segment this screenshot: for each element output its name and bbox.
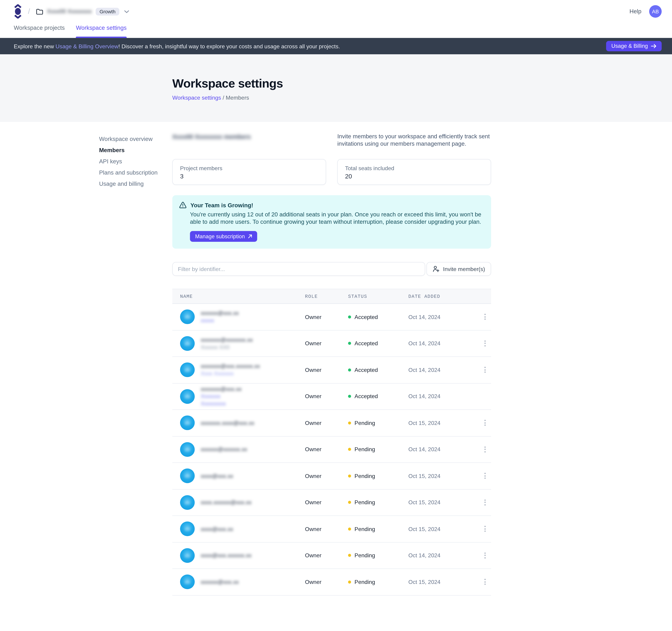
members-toolbar: Invite member(s): [172, 262, 491, 276]
member-identifier: xxxxxx@xxxxxx.xx: [201, 446, 247, 452]
settings-sidenav: Workspace overviewMembersAPI keysPlans a…: [99, 133, 158, 189]
status-dot-icon: [348, 448, 351, 451]
member-role: Owner: [305, 552, 348, 559]
row-menu-kebab-icon[interactable]: [479, 498, 491, 507]
arrow-right-icon: [651, 44, 656, 48]
warning-icon: [179, 202, 187, 209]
member-role: Owner: [305, 525, 348, 532]
alert-title: Your Team is Growing!: [190, 202, 253, 208]
member-identifier: xxxxxxx.xxxx@xxx.xx: [201, 420, 254, 426]
tab-workspace-settings[interactable]: Workspace settings: [76, 23, 126, 38]
user-avatar[interactable]: AB: [649, 5, 662, 18]
member-date-added: Oct 15, 2024: [408, 579, 479, 585]
members-description: Invite members to your workspace and eff…: [337, 133, 491, 147]
sidebar-item-usage-and-billing[interactable]: Usage and billing: [99, 178, 158, 189]
status-dot-icon: [348, 580, 351, 583]
table-row: xx xxxxxxx@xxx.xxxxxx.xx Xxxx Xxxxxxx Ow…: [172, 357, 491, 383]
member-avatar: xx: [180, 442, 195, 457]
workspace-switcher[interactable]: Xxxx00 Xxxxxxxx Growth: [36, 7, 129, 15]
member-name-cell: xx xxxxxxx@xxx.xxxxxx.xx Xxxx Xxxxxxx: [172, 363, 305, 377]
row-menu-kebab-icon[interactable]: [479, 365, 491, 374]
manage-subscription-button[interactable]: Manage subscription: [190, 231, 258, 242]
invite-members-button[interactable]: Invite member(s): [427, 262, 491, 276]
member-name-cell: xx xxxxxx@xxx.xx: [172, 575, 305, 589]
member-role: Owner: [305, 446, 348, 452]
member-date-added: Oct 14, 2024: [408, 446, 479, 452]
member-avatar: xx: [180, 548, 195, 563]
breadcrumb-current: Members: [226, 94, 249, 101]
status-label: Accepted: [355, 367, 378, 373]
top-header: / Xxxx00 Xxxxxxxx Growth Help AB: [0, 0, 672, 23]
member-date-added: Oct 14, 2024: [408, 393, 479, 400]
usage-billing-overview-link[interactable]: Usage & Billing Overview: [55, 43, 118, 49]
member-secondary-name: Xxxxxx XX0: [201, 344, 253, 350]
status-dot-icon: [348, 501, 351, 504]
member-role: Owner: [305, 473, 348, 479]
table-row: xx xxxxxxx@xxx.xx XxxxxxxXxxxxxxxx Owner…: [172, 383, 491, 410]
sidebar-item-api-keys[interactable]: API keys: [99, 156, 158, 167]
members-section-heading: Xxxx00 Xxxxxxxx members: [172, 133, 251, 147]
members-table: NAME ROLE STATUS DATE ADDED xx xxxxxx@xx…: [172, 289, 491, 595]
table-row: xx xxxxxxx@xxxxxxx.xx Xxxxxx XX0 Owner A…: [172, 330, 491, 357]
page: / Xxxx00 Xxxxxxxx Growth Help AB Workspa…: [0, 0, 672, 631]
member-date-added: Oct 15, 2024: [408, 473, 479, 479]
row-menu-kebab-icon[interactable]: [479, 312, 491, 322]
row-menu-kebab-icon[interactable]: [479, 445, 491, 454]
member-date-added: Oct 15, 2024: [408, 525, 479, 532]
row-menu-kebab-icon[interactable]: [479, 524, 491, 534]
row-menu-kebab-icon[interactable]: [479, 551, 491, 560]
member-role: Owner: [305, 579, 348, 585]
row-menu-kebab-icon[interactable]: [479, 577, 491, 586]
table-row: xx xxxx@xxx.xxxxxx.xx Owner Pending Oct …: [172, 542, 491, 569]
status-label: Pending: [355, 473, 375, 479]
breadcrumb-workspace-settings-link[interactable]: Workspace settings: [172, 94, 221, 101]
stat-value: 3: [180, 173, 318, 180]
member-status: Pending: [348, 499, 408, 506]
row-menu-kebab-icon[interactable]: [479, 418, 491, 427]
member-identifier: xxxx@xxx.xx: [201, 473, 233, 479]
member-status: Accepted: [348, 367, 408, 373]
row-menu-kebab-icon[interactable]: [479, 471, 491, 481]
member-role: Owner: [305, 393, 348, 400]
status-label: Pending: [355, 446, 375, 452]
member-role: Owner: [305, 420, 348, 426]
member-avatar: xx: [180, 363, 195, 377]
member-secondary-name: Xxxxxxxxx: [201, 401, 241, 407]
status-label: Pending: [355, 579, 375, 585]
member-identifier: xxxx@xxx.xxxxxx.xx: [201, 552, 251, 559]
status-dot-icon: [348, 554, 351, 557]
stat-label: Total seats included: [345, 165, 483, 171]
table-row: xx xxxx@xxx.xx Owner Pending Oct 15, 202…: [172, 463, 491, 489]
status-dot-icon: [348, 527, 351, 530]
member-role: Owner: [305, 367, 348, 373]
sidebar-item-plans-and-subscription[interactable]: Plans and subscription: [99, 167, 158, 178]
app-logo-icon[interactable]: [14, 4, 22, 19]
help-link[interactable]: Help: [629, 8, 641, 15]
usage-billing-button[interactable]: Usage & Billing: [606, 41, 662, 51]
tab-workspace-projects[interactable]: Workspace projects: [14, 23, 65, 38]
member-secondary-name: xxxxx: [201, 318, 239, 324]
person-plus-icon: [433, 265, 439, 272]
row-menu-kebab-icon[interactable]: [479, 339, 491, 348]
member-status: Accepted: [348, 313, 408, 320]
announcement-banner: Explore the new Usage & Billing Overview…: [0, 38, 672, 54]
member-date-added: Oct 15, 2024: [408, 499, 479, 506]
filter-input[interactable]: [172, 262, 425, 276]
table-row: xx xxxxxx@xxxxxx.xx Owner Pending Oct 14…: [172, 436, 491, 463]
member-status: Pending: [348, 579, 408, 585]
status-dot-icon: [348, 315, 351, 318]
sidebar-item-workspace-overview[interactable]: Workspace overview: [99, 133, 158, 144]
sidebar-item-members[interactable]: Members: [99, 144, 158, 156]
status-dot-icon: [348, 342, 351, 345]
member-name-cell: xx xxxx@xxx.xx: [172, 521, 305, 536]
status-dot-icon: [348, 368, 351, 371]
status-dot-icon: [348, 421, 351, 424]
status-label: Pending: [355, 552, 375, 559]
stat-card-project-members: Project members 3: [172, 159, 326, 185]
member-avatar: xx: [180, 389, 195, 404]
member-avatar: xx: [180, 336, 195, 351]
arrow-up-right-icon: [248, 234, 252, 238]
member-identifier: xxxxxxx@xxx.xxxxxx.xx: [201, 363, 260, 369]
member-status: Accepted: [348, 393, 408, 400]
member-name-cell: xx xxxx@xxx.xxxxxx.xx: [172, 548, 305, 563]
